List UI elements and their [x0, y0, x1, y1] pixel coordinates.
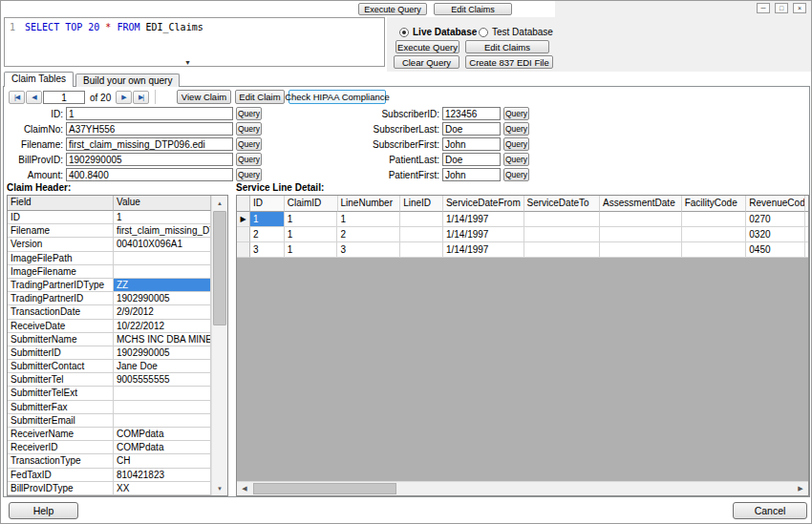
field-input-billprovid[interactable] [66, 153, 233, 166]
field-input-subscriberid[interactable] [442, 107, 501, 120]
grid-cell[interactable]: 1902990005 [114, 346, 211, 360]
grid-cell[interactable]: SubmitterFax [8, 401, 114, 414]
table-row[interactable]: ReceiverIDCOMPdata [8, 441, 227, 454]
row-header[interactable]: ▶ [237, 212, 250, 227]
table-row[interactable]: ReceiverNameCOMPdata [8, 428, 227, 441]
query-button-claimno[interactable]: Query [236, 122, 262, 136]
vertical-scrollbar[interactable]: ▲ ▼ [211, 196, 227, 495]
previous-record-button[interactable]: ◀ [26, 91, 42, 104]
query-button-amount[interactable]: Query [236, 168, 262, 181]
scroll-down-icon[interactable]: ▼ [212, 481, 227, 495]
grid-cell[interactable]: COMPdata [114, 441, 211, 454]
table-row[interactable]: TransactionDate2/9/2012 [8, 305, 227, 319]
query-button-patientlast[interactable]: Query [503, 153, 529, 166]
grid-cell[interactable]: Version [8, 238, 114, 251]
column-header-revenuecode[interactable]: RevenueCode [746, 196, 805, 212]
table-row[interactable]: FedTaxID810421823 [8, 469, 227, 482]
grid-cell[interactable]: Jane Doe [114, 360, 211, 373]
close-icon[interactable]: × [793, 3, 806, 13]
table-row[interactable]: SubmitterContactJane Doe [8, 360, 227, 373]
table-row[interactable]: SubmitterTel9005555555 [8, 373, 227, 387]
grid-cell[interactable]: 004010X096A1 [114, 238, 211, 251]
query-button-id[interactable]: Query [236, 107, 262, 120]
grid-cell[interactable]: 1 [285, 242, 338, 258]
table-row[interactable]: BillProvIDTypeXX [8, 482, 227, 495]
query-button-subscriberid[interactable]: Query [503, 107, 529, 120]
column-header-claimid[interactable]: ClaimID [285, 196, 338, 212]
last-record-button[interactable]: ▶| [133, 91, 149, 104]
next-record-button[interactable]: ▶ [116, 91, 132, 104]
query-button-subscriberlast[interactable]: Query [503, 122, 529, 136]
check-hipaa-compliance-button[interactable]: Check HIPAA Compliance [288, 90, 386, 104]
grid-cell[interactable]: XX [114, 482, 211, 495]
grid-cell[interactable]: SubmitterEmail [8, 414, 114, 428]
grid-cell[interactable]: 0450 [746, 242, 805, 258]
cancel-button[interactable]: Cancel [733, 502, 807, 519]
edit-claim-button[interactable]: Edit Claim [235, 90, 285, 104]
sql-query-editor[interactable]: 1SELECT TOP 20 * FROM EDI_Claims [4, 17, 385, 67]
query-button-filename[interactable]: Query [236, 137, 262, 151]
table-row[interactable]: SubmitterTelExt [8, 387, 227, 400]
column-header-linenumber[interactable]: LineNumber [338, 196, 401, 212]
grid-cell[interactable]: ReceiverID [8, 441, 114, 454]
execute-query-top-button[interactable]: Execute Query [358, 3, 427, 15]
table-row[interactable]: SubmitterEmail [8, 414, 227, 428]
grid-cell[interactable]: 1/14/1997 [443, 227, 524, 242]
grid-cell[interactable]: ImageFilePath [8, 252, 114, 265]
grid-cell[interactable]: 1902990005 [114, 292, 211, 305]
live-database-radio[interactable] [399, 28, 409, 37]
table-row[interactable]: 2121/14/19970320 [237, 227, 808, 242]
grid-cell[interactable] [400, 242, 443, 258]
grid-cell[interactable]: Filename [8, 224, 114, 238]
grid-cell[interactable]: MCHS INC DBA MINER [114, 333, 211, 346]
grid-cell[interactable]: SubmitterTelExt [8, 387, 114, 400]
table-row[interactable]: TradingPartnerID1902990005 [8, 292, 227, 305]
grid-cell[interactable]: 1/14/1997 [443, 212, 524, 227]
grid-cell[interactable] [524, 212, 601, 227]
grid-cell[interactable]: ReceiveDate [8, 320, 114, 333]
scroll-left-icon[interactable]: ◀ [237, 482, 252, 495]
clear-query-button[interactable]: Clear Query [394, 55, 459, 69]
column-header-lineid[interactable]: LineID [400, 196, 443, 212]
grid-cell[interactable]: 2 [250, 227, 285, 242]
table-row[interactable]: ID1 [8, 211, 227, 224]
grid-cell[interactable]: 1 [285, 227, 338, 242]
grid-cell[interactable]: SubmitterContact [8, 360, 114, 373]
grid-cell[interactable]: first_claim_missing_DT [114, 224, 211, 238]
grid-cell[interactable]: TransactionDate [8, 305, 114, 319]
grid-cell[interactable] [524, 227, 601, 242]
column-header-assessmentdate[interactable]: AssessmentDate [600, 196, 682, 212]
grid-cell[interactable]: 10/22/2012 [114, 320, 211, 333]
grid-cell[interactable] [114, 252, 211, 265]
grid-cell[interactable]: ReceiverName [8, 428, 114, 441]
grid-cell[interactable] [114, 414, 211, 428]
grid-cell[interactable]: 1 [285, 212, 338, 227]
grid-cell[interactable]: COMPdata [114, 428, 211, 441]
execute-query-button[interactable]: Execute Query [395, 40, 459, 53]
horizontal-scrollbar[interactable]: ◀ ▶ [237, 481, 808, 495]
grid-cell[interactable] [682, 227, 747, 242]
table-row[interactable]: SubmitterFax [8, 401, 227, 414]
column-header-value[interactable]: Value [114, 196, 211, 211]
grid-cell[interactable] [114, 265, 211, 279]
help-button[interactable]: Help [9, 502, 78, 519]
first-record-button[interactable]: |◀ [9, 91, 25, 104]
row-header[interactable] [237, 242, 250, 258]
grid-cell[interactable]: BillProvIDType [8, 482, 114, 495]
grid-cell[interactable] [600, 227, 682, 242]
scroll-right-icon[interactable]: ▶ [793, 482, 808, 495]
grid-cell[interactable] [114, 387, 211, 400]
column-header-servicedatefrom[interactable]: ServiceDateFrom [443, 196, 524, 212]
grid-cell[interactable]: ID [8, 211, 114, 224]
grid-cell[interactable]: 2 [337, 227, 400, 242]
table-row[interactable]: SubmitterNameMCHS INC DBA MINER [8, 333, 227, 346]
field-input-id[interactable] [66, 107, 233, 120]
grid-cell[interactable]: 3 [337, 242, 400, 258]
create-837-edi-file-button[interactable]: Create 837 EDI File [465, 55, 553, 69]
grid-cell[interactable]: FedTaxID [8, 469, 114, 482]
table-row[interactable]: Filenamefirst_claim_missing_DT [8, 224, 227, 238]
grid-cell[interactable]: 2/9/2012 [114, 305, 211, 319]
row-header[interactable] [237, 227, 250, 242]
grid-cell[interactable] [600, 212, 682, 227]
test-database-radio[interactable] [479, 28, 488, 37]
